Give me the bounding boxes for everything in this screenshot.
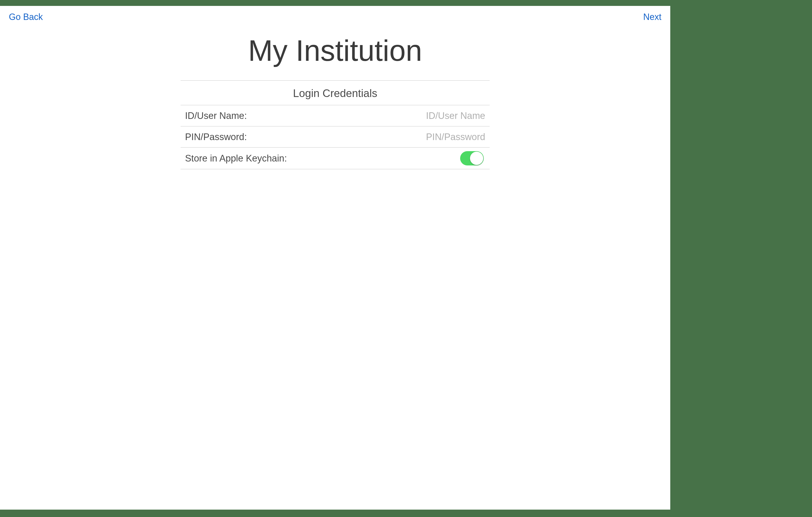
keychain-toggle[interactable] — [460, 151, 484, 165]
next-button[interactable]: Next — [643, 12, 661, 22]
app-window: Go Back Next My Institution Login Creden… — [0, 6, 670, 510]
go-back-button[interactable]: Go Back — [9, 12, 43, 22]
password-input[interactable] — [338, 132, 485, 142]
username-label: ID/User Name: — [185, 111, 247, 121]
section-header: Login Credentials — [181, 80, 490, 105]
username-input[interactable] — [338, 111, 485, 121]
nav-bar: Go Back Next — [0, 6, 670, 26]
password-row: PIN/Password: — [181, 127, 490, 148]
keychain-label: Store in Apple Keychain: — [185, 153, 287, 164]
keychain-row: Store in Apple Keychain: — [181, 148, 490, 169]
toggle-knob — [470, 152, 483, 165]
content-area: My Institution Login Credentials ID/User… — [0, 26, 670, 169]
password-label: PIN/Password: — [185, 132, 247, 142]
username-row: ID/User Name: — [181, 105, 490, 127]
login-form: Login Credentials ID/User Name: PIN/Pass… — [181, 80, 490, 169]
page-title: My Institution — [248, 33, 422, 67]
